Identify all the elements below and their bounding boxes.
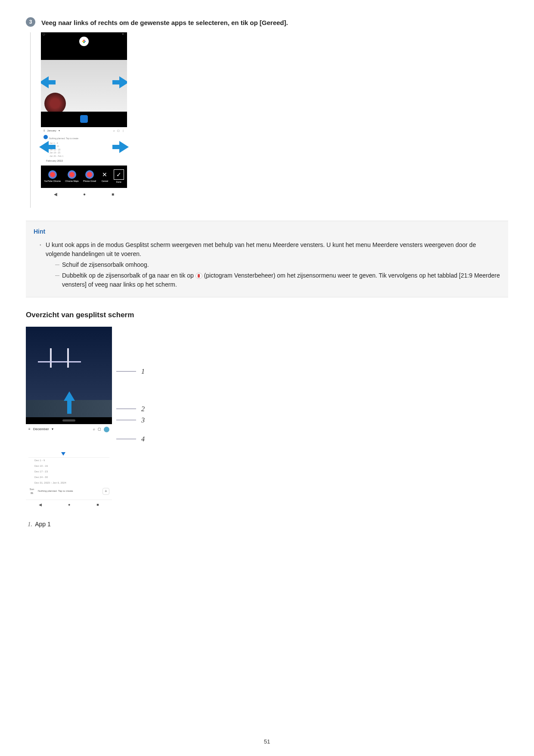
cal-week-5: Jan 26 - Feb 1 bbox=[43, 155, 124, 158]
legend-list: 1. App 1 bbox=[26, 519, 508, 529]
step-number-badge: 3 bbox=[26, 17, 35, 27]
app-pair-icon bbox=[68, 170, 76, 179]
search-icon[interactable]: ⌕ bbox=[93, 427, 95, 432]
today-icon: ▢ bbox=[117, 129, 120, 133]
cal-week-5: Dec 31, 2023 – Jan 6, 2024 bbox=[28, 480, 109, 486]
hint-title: Hint bbox=[34, 227, 500, 236]
android-navbar: ◀ ● ■ bbox=[26, 500, 112, 511]
swipe-right-arrow-icon bbox=[119, 141, 129, 153]
status-bar: ◻ : ✦ : bbox=[41, 32, 127, 37]
today-marker-icon bbox=[61, 452, 65, 456]
list-number-1: 1. bbox=[28, 519, 32, 529]
window-manager-icon bbox=[196, 273, 202, 279]
calendar-empty-text: Nothing planned. Tap to create bbox=[49, 137, 78, 140]
hint-text: U kunt ook apps in de modus Gesplitst sc… bbox=[40, 241, 500, 289]
app-pair-row: YouTube Chrome Chrome Maps Photos Gmail … bbox=[41, 166, 127, 188]
section-title: Overzicht van gesplitst scherm bbox=[26, 309, 508, 321]
check-icon: ✓ bbox=[114, 169, 124, 180]
calendar-month-label: January bbox=[47, 129, 56, 133]
app-pair-icon bbox=[48, 170, 57, 179]
cal-week-2: Dec 10 - 16 bbox=[28, 463, 109, 469]
swipe-up-arrow-icon bbox=[64, 391, 75, 401]
nav-home-icon[interactable]: ● bbox=[68, 502, 70, 508]
cal-week-4: Dec 24 - 30 bbox=[28, 475, 109, 480]
callout-line-4: 4 bbox=[116, 439, 136, 439]
cancel-button[interactable]: ✕Cancel bbox=[100, 170, 109, 183]
calendar-next-month: February 2022 bbox=[43, 159, 124, 163]
callout-line-2: 2 bbox=[116, 409, 136, 409]
search-icon: ⌕ bbox=[113, 129, 115, 133]
menu-icon: ≡ bbox=[43, 129, 45, 133]
swipe-left-arrow-icon bbox=[41, 76, 49, 88]
callout-2: 2 bbox=[141, 404, 145, 414]
split-divider[interactable] bbox=[26, 417, 112, 424]
step-3-row: 3 Veeg naar links of rechts om de gewens… bbox=[26, 17, 508, 28]
event-dot-icon bbox=[43, 135, 48, 139]
top-preview-photo bbox=[41, 60, 127, 112]
middle-strip bbox=[41, 112, 127, 127]
bottom-app-view: ≡ December ▾ ⌕ ▢ Dec 1 - 9 Dec 10 - 16 D… bbox=[26, 424, 112, 500]
today-icon[interactable]: ▢ bbox=[98, 427, 101, 432]
cal-week-1: Dec 1 - 9 bbox=[28, 458, 109, 463]
bridge-graphic bbox=[47, 348, 72, 368]
calendar-app-icon bbox=[80, 115, 88, 123]
nav-back-icon[interactable]: ◀ bbox=[54, 191, 57, 197]
today-label: Sun31 bbox=[28, 487, 35, 495]
callout-1: 1 bbox=[141, 366, 145, 377]
bottom-preview-calendar: ≡ January ▾ ⌕ ▢ ⋮ Nothing planned. Tap t… bbox=[41, 127, 127, 166]
calendar-month-label[interactable]: December bbox=[33, 427, 49, 432]
menu-icon[interactable]: ≡ bbox=[28, 427, 31, 432]
photos-icon bbox=[79, 37, 89, 46]
done-button[interactable]: ✓Done bbox=[114, 169, 124, 184]
nav-back-icon[interactable]: ◀ bbox=[39, 502, 42, 508]
status-right: ✦ : bbox=[122, 32, 125, 37]
app-pair-2[interactable]: Chrome Maps bbox=[65, 170, 78, 183]
hint-sub-1: Schuif de zijsensorbalk omhoog. bbox=[55, 260, 500, 269]
phone-screenshot-select-apps: ◻ : ✦ : ≡ January ▾ ⌕ ▢ ⋮ Nothing planne… bbox=[41, 32, 127, 200]
today-empty-text: Nothing planned. Tap to create bbox=[38, 489, 100, 493]
close-icon: ✕ bbox=[100, 170, 109, 179]
add-event-button[interactable]: + bbox=[102, 488, 109, 495]
phone-screenshot-split-overview: ≡ December ▾ ⌕ ▢ Dec 1 - 9 Dec 10 - 16 D… bbox=[26, 327, 112, 511]
phone-overview-wrapper: ≡ December ▾ ⌕ ▢ Dec 1 - 9 Dec 10 - 16 D… bbox=[26, 327, 112, 511]
callout-4: 4 bbox=[141, 434, 145, 444]
swipe-right-arrow-icon bbox=[119, 76, 127, 88]
step-3-content: ◻ : ✦ : ≡ January ▾ ⌕ ▢ ⋮ Nothing planne… bbox=[30, 32, 508, 208]
callout-3: 3 bbox=[141, 415, 145, 425]
android-navbar: ◀ ● ■ bbox=[41, 188, 127, 200]
avatar-icon[interactable] bbox=[104, 427, 109, 432]
cal-week-4: Jan 19 - 25 bbox=[43, 151, 124, 155]
page-number: 51 bbox=[0, 737, 534, 746]
top-app-pane bbox=[41, 37, 127, 60]
top-app-view bbox=[26, 327, 112, 417]
step-instruction: Veeg naar links of rechts om de gewenste… bbox=[41, 17, 288, 28]
svg-point-3 bbox=[82, 41, 84, 42]
nav-recent-icon[interactable]: ■ bbox=[112, 191, 114, 197]
app-pair-1[interactable]: YouTube Chrome bbox=[44, 170, 61, 183]
nav-home-icon[interactable]: ● bbox=[83, 191, 86, 197]
list-text-1: App 1 bbox=[35, 520, 51, 529]
app-pair-3[interactable]: Photos Gmail bbox=[83, 170, 96, 183]
hint-sub-2: Dubbeltik op de zijsensorbalk of ga naar… bbox=[55, 271, 500, 289]
nav-recent-icon[interactable]: ■ bbox=[96, 502, 99, 508]
status-left: ◻ : bbox=[43, 32, 46, 37]
callout-line-3: 3 bbox=[116, 420, 136, 420]
cal-week-3: Dec 17 - 23 bbox=[28, 469, 109, 475]
app-pair-icon bbox=[85, 170, 94, 179]
mini-month-view bbox=[28, 434, 109, 458]
callout-line-1: 1 bbox=[116, 371, 136, 372]
hint-box: Hint U kunt ook apps in de modus Gesplit… bbox=[26, 221, 508, 297]
swipe-left-arrow-icon bbox=[39, 141, 49, 153]
